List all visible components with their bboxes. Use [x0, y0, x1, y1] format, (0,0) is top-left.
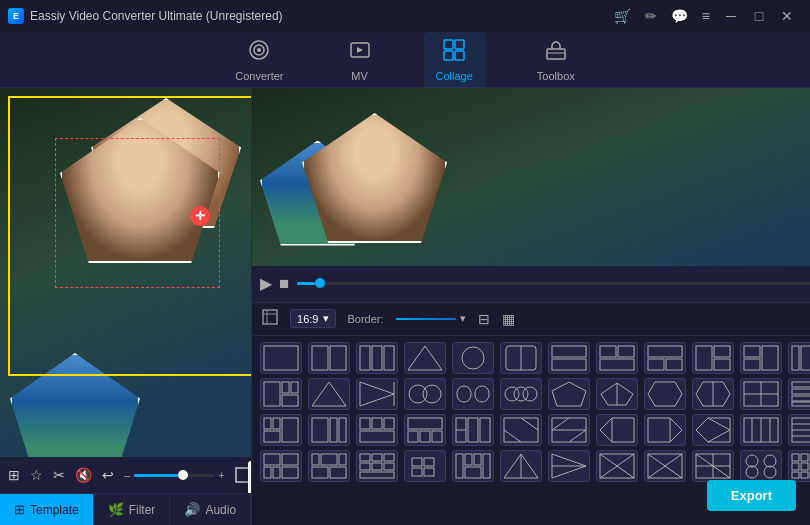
- cart-icon[interactable]: 🛒: [614, 8, 631, 24]
- template-item[interactable]: [548, 342, 590, 374]
- template-item[interactable]: [788, 342, 810, 374]
- template-item[interactable]: [692, 414, 734, 446]
- template-item[interactable]: [740, 378, 782, 410]
- tab-mv[interactable]: MV: [336, 32, 384, 88]
- template-item[interactable]: [548, 378, 590, 410]
- border-chevron[interactable]: ▾: [460, 312, 466, 325]
- svg-rect-33: [648, 359, 664, 370]
- template-item[interactable]: [308, 414, 350, 446]
- svg-rect-179: [801, 463, 808, 470]
- svg-point-2: [257, 48, 261, 52]
- template-item[interactable]: [644, 414, 686, 446]
- template-item[interactable]: [692, 342, 734, 374]
- divider-icon[interactable]: ⊟: [478, 311, 490, 327]
- template-item[interactable]: [452, 342, 494, 374]
- svg-rect-7: [455, 51, 464, 60]
- export-button[interactable]: Export: [707, 480, 796, 511]
- close-btn[interactable]: ✕: [780, 9, 794, 23]
- aspect-ratio-select[interactable]: 16:9 ▾: [290, 309, 335, 328]
- template-item[interactable]: [596, 450, 638, 482]
- template-item[interactable]: [644, 450, 686, 482]
- dropdown-pan-scan[interactable]: Pan & Scan: [248, 465, 251, 491]
- template-item[interactable]: [404, 342, 446, 374]
- preview-right: [252, 88, 810, 266]
- template-item[interactable]: [788, 450, 810, 482]
- edit-icon[interactable]: ✏: [645, 8, 657, 24]
- template-item[interactable]: [356, 414, 398, 446]
- template-item[interactable]: [356, 342, 398, 374]
- svg-rect-147: [360, 454, 370, 461]
- border-line[interactable]: [396, 318, 456, 320]
- aspect-ratio-chevron: ▾: [323, 312, 329, 325]
- star-tool-btn[interactable]: ☆: [30, 464, 43, 486]
- collage-icon: [442, 38, 466, 67]
- tab-filter[interactable]: 🌿 Filter: [94, 494, 171, 525]
- mute-tool-btn[interactable]: 🔇: [75, 464, 92, 486]
- template-item[interactable]: [548, 450, 590, 482]
- template-item[interactable]: [260, 450, 302, 482]
- svg-rect-137: [264, 454, 280, 465]
- template-item[interactable]: [356, 378, 398, 410]
- template-item[interactable]: [644, 378, 686, 410]
- template-item[interactable]: [308, 342, 350, 374]
- move-handle-icon[interactable]: ✛: [190, 206, 210, 226]
- svg-rect-30: [618, 346, 634, 357]
- menu-icon[interactable]: ≡: [702, 8, 710, 24]
- template-item[interactable]: [596, 378, 638, 410]
- template-item[interactable]: [308, 378, 350, 410]
- template-item[interactable]: [500, 450, 542, 482]
- template-item[interactable]: [548, 414, 590, 446]
- tab-converter[interactable]: Converter: [223, 32, 295, 88]
- template-item[interactable]: [356, 450, 398, 482]
- progress-track[interactable]: [297, 282, 810, 285]
- template-item[interactable]: [404, 378, 446, 410]
- template-item[interactable]: [692, 378, 734, 410]
- template-item[interactable]: [404, 450, 446, 482]
- svg-rect-96: [264, 418, 271, 429]
- svg-rect-157: [424, 468, 434, 476]
- template-item[interactable]: [452, 450, 494, 482]
- template-item[interactable]: [740, 450, 782, 482]
- template-item[interactable]: [260, 342, 302, 374]
- svg-rect-107: [408, 418, 442, 429]
- template-item[interactable]: [500, 342, 542, 374]
- template-item[interactable]: [404, 414, 446, 446]
- chat-icon[interactable]: 💬: [671, 8, 688, 24]
- svg-rect-143: [321, 454, 337, 465]
- template-item[interactable]: [788, 378, 810, 410]
- pattern-icon[interactable]: ▦: [502, 311, 515, 327]
- stop-button[interactable]: ⏹: [278, 276, 291, 291]
- tab-audio[interactable]: 🔊 Audio: [170, 494, 251, 525]
- grid-tool-btn[interactable]: ⊞: [8, 464, 20, 486]
- progress-thumb[interactable]: [315, 278, 325, 288]
- svg-rect-56: [457, 386, 471, 402]
- tab-collage[interactable]: Collage: [424, 32, 485, 88]
- zoom-slider-track[interactable]: [134, 474, 214, 477]
- template-item[interactable]: [740, 414, 782, 446]
- template-item[interactable]: [692, 450, 734, 482]
- dropdown-letter-box[interactable]: Letter Box: [248, 491, 251, 493]
- template-item[interactable]: [452, 414, 494, 446]
- play-button[interactable]: ▶: [260, 274, 272, 293]
- undo-tool-btn[interactable]: ↩: [102, 464, 114, 486]
- minimize-btn[interactable]: ─: [724, 9, 738, 23]
- tab-template[interactable]: ⊞ Template: [0, 494, 94, 525]
- tab-toolbox[interactable]: Toolbox: [525, 32, 587, 88]
- template-item[interactable]: [500, 414, 542, 446]
- svg-rect-71: [792, 402, 810, 406]
- template-item[interactable]: [452, 378, 494, 410]
- template-item[interactable]: [260, 378, 302, 410]
- template-item[interactable]: [740, 342, 782, 374]
- svg-rect-151: [372, 463, 382, 470]
- template-item[interactable]: [644, 342, 686, 374]
- crop-tool-btn[interactable]: ✂: [53, 464, 65, 486]
- template-item[interactable]: [500, 378, 542, 410]
- template-item[interactable]: [308, 450, 350, 482]
- maximize-btn[interactable]: □: [752, 9, 766, 23]
- svg-rect-141: [282, 467, 298, 478]
- slider-thumb[interactable]: [178, 470, 188, 480]
- template-item[interactable]: [596, 342, 638, 374]
- template-item[interactable]: [260, 414, 302, 446]
- template-item[interactable]: [596, 414, 638, 446]
- template-item[interactable]: [788, 414, 810, 446]
